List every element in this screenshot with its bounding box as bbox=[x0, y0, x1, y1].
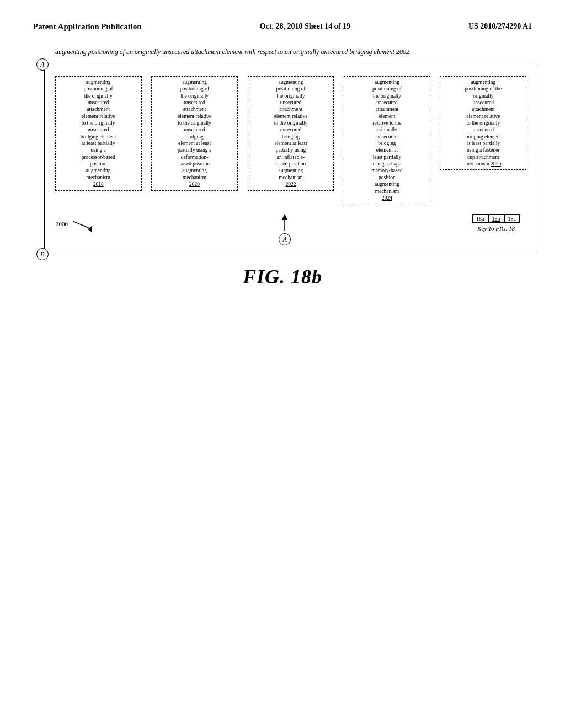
description-text: augmenting positioning of an originally … bbox=[28, 48, 537, 56]
arrow-2000-icon bbox=[70, 216, 98, 232]
circle-b-marker: B bbox=[36, 248, 49, 260]
column-4: augmenting positioning of the originally… bbox=[339, 76, 435, 206]
key-box-18c: 18c bbox=[504, 215, 520, 223]
col2-number: 2020 bbox=[189, 181, 200, 187]
arrow-2000-area: 2000 bbox=[56, 216, 98, 232]
page-header: Patent Application Publication Oct. 28, … bbox=[0, 0, 565, 42]
col3-dashed-box: augmenting positioning of the originally… bbox=[248, 76, 334, 191]
col5-dashed-box: augmenting positioning of the originally… bbox=[440, 76, 526, 170]
col1-dashed-box: augmenting positioning of the originally… bbox=[55, 76, 142, 191]
key-boxes: 18a 18b 18c bbox=[472, 214, 520, 223]
key-area: 18a 18b 18c Key To FIG. 18 bbox=[472, 214, 520, 232]
key-box-18a: 18a bbox=[472, 215, 488, 223]
key-box-18b: 18b bbox=[488, 215, 504, 223]
main-content: augmenting positioning of an originally … bbox=[0, 42, 565, 299]
mid-circle-area: A bbox=[279, 214, 291, 245]
header-left: Patent Application Publication bbox=[33, 22, 142, 31]
col4-dashed-box: augmenting positioning of the originally… bbox=[344, 76, 430, 204]
columns-container: augmenting positioning of the originally… bbox=[50, 76, 531, 206]
bottom-section: 2000 A bbox=[50, 211, 531, 245]
column-3: augmenting positioning of the originally… bbox=[243, 76, 339, 206]
col5-number: 2026 bbox=[491, 161, 501, 167]
col1-number: 2018 bbox=[93, 181, 104, 187]
column-5: augmenting positioning of the originally… bbox=[435, 76, 531, 206]
col2-dashed-box: augmenting positioning of the originally… bbox=[151, 76, 238, 191]
column-2: augmenting positioning of the originally… bbox=[146, 76, 242, 206]
col4-number: 2024 bbox=[382, 195, 392, 201]
col3-number: 2022 bbox=[286, 181, 296, 187]
right-bottom-area: 18a 18b 18c Key To FIG. 18 bbox=[472, 211, 520, 232]
header-center: Oct. 28, 2010 Sheet 14 of 19 bbox=[260, 22, 350, 31]
circle-a-mid-marker: A bbox=[279, 233, 291, 245]
header-right: US 2010/274290 A1 bbox=[468, 22, 532, 31]
fig-label: FIG. 18b bbox=[28, 265, 537, 288]
arrow-label: 2000 bbox=[56, 221, 68, 227]
circle-a-marker: A bbox=[36, 58, 49, 71]
column-1: augmenting positioning of the originally… bbox=[50, 76, 146, 206]
svg-marker-1 bbox=[88, 226, 92, 232]
fig-label-area: FIG. 18b bbox=[28, 265, 537, 288]
up-arrow-icon bbox=[279, 214, 290, 233]
outer-box: A augmenting positioning of the original… bbox=[44, 65, 537, 254]
key-text: Key To FIG. 18 bbox=[477, 225, 515, 232]
svg-marker-3 bbox=[282, 214, 287, 220]
